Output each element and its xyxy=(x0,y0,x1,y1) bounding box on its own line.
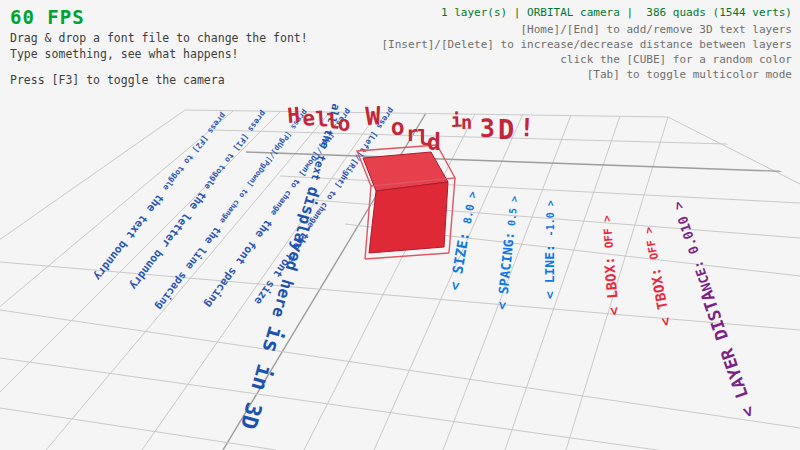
scene-3d: press [F2] to toggle the text boundrypre… xyxy=(0,0,800,450)
wave-letter: H xyxy=(286,103,301,128)
wave-letter: n xyxy=(461,111,473,133)
wave-letter: ! xyxy=(519,113,535,143)
wave-letter: d xyxy=(427,129,441,155)
wave-letter: W xyxy=(365,101,382,131)
wave-letter: o xyxy=(337,111,351,136)
wave-letter: 3 xyxy=(480,114,496,143)
ground-text-opt-line: < LINE: -1.0 > xyxy=(542,200,557,299)
cube-front-face[interactable] xyxy=(369,182,448,253)
app-window: press [F2] to toggle the text boundrypre… xyxy=(0,0,800,450)
wave-letter: D xyxy=(498,114,514,145)
wave-letter: o xyxy=(390,114,405,140)
